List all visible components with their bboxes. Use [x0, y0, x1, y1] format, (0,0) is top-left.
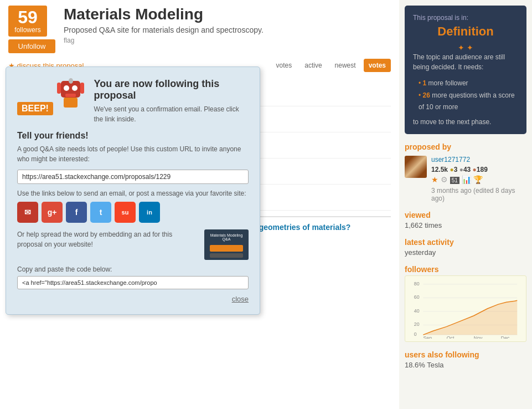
close-button[interactable]: close — [232, 295, 249, 303]
followers-box: 59 followers — [8, 6, 47, 37]
phase-desc: The topic and audience are still being d… — [413, 52, 518, 72]
embed-preview: Materials Modeling Q&A — [204, 229, 249, 260]
chart-svg: 80 60 40 20 0 Sep O — [408, 279, 523, 339]
modal-description: We've sent you a confirmation email. Ple… — [94, 104, 249, 124]
svg-text:Nov: Nov — [474, 335, 483, 339]
proposal-header: 59 followers Unfollow Materials Modeling… — [8, 6, 391, 53]
trophy-icon: 🏆 — [473, 175, 483, 184]
svg-text:60: 60 — [414, 294, 420, 300]
proposed-by-label: proposed by — [405, 142, 526, 151]
social-icons-row: ✉ g+ f t su in — [17, 202, 249, 223]
svg-point-7 — [69, 78, 73, 84]
embed-section: Or help spread the word by embedding an … — [17, 229, 249, 260]
users-following-section: users also following 18.6% Tesla — [405, 350, 526, 369]
phase-footer: to move to the next phase. — [413, 118, 518, 126]
proposer-icons: ★ ⚙ 51 📊 🏆 — [431, 175, 526, 184]
followers-chart: 80 60 40 20 0 Sep O — [405, 275, 526, 342]
proposed-by-section: proposed by user1271772 12.5k ●3 ●43 ●18… — [405, 142, 526, 202]
embed-text: Or help spread the word by embedding an … — [17, 229, 199, 249]
send-links-text: Use the links below to send an email, or… — [17, 190, 249, 197]
proposer-rep: 12.5k ●3 ●43 ●189 — [431, 166, 488, 173]
tell-friends-heading: Tell your friends! — [17, 131, 249, 141]
proposer-row: user1271772 12.5k ●3 ●43 ●189 ★ ⚙ 51 📊 🏆 — [405, 156, 526, 202]
latest-activity-value: yesterday — [405, 248, 526, 257]
social-stumble-button[interactable]: su — [115, 202, 136, 223]
proposer-date: 3 months ago (edited 8 days ago) — [431, 187, 526, 202]
social-email-button[interactable]: ✉ — [17, 202, 38, 223]
proposal-title-area: Materials Modeling Proposed Q&A site for… — [64, 6, 264, 44]
followers-chart-label: followers — [405, 265, 526, 274]
svg-text:Dec: Dec — [501, 335, 510, 339]
definition-box: This proposal is in: Definition ✦ ✦ The … — [405, 6, 526, 134]
robot-icon — [55, 78, 86, 111]
sidebar: This proposal is in: Definition ✦ ✦ The … — [399, 0, 532, 409]
svg-rect-3 — [65, 94, 76, 97]
users-following-label: users also following — [405, 350, 526, 359]
copy-label: Copy and paste the code below: — [17, 265, 249, 273]
badge-silver-icon: ● — [459, 166, 463, 173]
proposal-in-label: This proposal is in: — [413, 14, 518, 22]
social-twitter-button[interactable]: t — [90, 202, 111, 223]
social-gplus-button[interactable]: g+ — [42, 202, 63, 223]
followers-count: 59 — [13, 8, 43, 26]
viewed-value: 1,662 times — [405, 221, 526, 229]
svg-text:0: 0 — [414, 331, 417, 337]
proposer-avatar — [405, 156, 427, 178]
beep-robot: BEEP! — [17, 78, 86, 118]
svg-rect-6 — [64, 98, 78, 108]
close-btn-row: close — [17, 295, 249, 303]
users-following-value: 18.6% Tesla — [405, 361, 526, 369]
svg-text:80: 80 — [414, 281, 420, 287]
latest-activity-label: latest activity — [405, 238, 526, 247]
svg-text:Sep: Sep — [423, 335, 432, 339]
gear-icon: ⚙ — [441, 175, 448, 184]
unfollow-button[interactable]: Unfollow — [8, 39, 55, 53]
social-facebook-button[interactable]: f — [66, 202, 87, 223]
svg-text:Oct: Oct — [447, 335, 454, 339]
svg-rect-4 — [57, 83, 61, 94]
modal-header-text: You are now following this proposal We'v… — [94, 78, 249, 124]
tab-newest[interactable]: newest — [330, 59, 361, 72]
viewed-section: viewed 1,662 times — [405, 211, 526, 229]
followers-chart-section: followers 80 60 40 20 0 — [405, 265, 526, 342]
badge-gold-icon: ● — [450, 166, 453, 173]
phase-needs-list: 1 more follower 26 more questions with a… — [413, 78, 518, 114]
flag-link[interactable]: flag — [64, 37, 74, 44]
svg-text:40: 40 — [414, 308, 420, 314]
tell-friends-desc: A good Q&A site needs lots of people! Us… — [17, 144, 249, 164]
proposal-title: Materials Modeling — [64, 6, 264, 23]
invite-url-input[interactable] — [17, 170, 249, 184]
need-item: 26 more questions with a score of 10 or … — [419, 90, 518, 114]
chart-icon: 📊 — [462, 175, 471, 184]
viewed-label: viewed — [405, 211, 526, 219]
phase-stars: ✦ ✦ — [413, 43, 518, 52]
tab-active[interactable]: active — [299, 59, 327, 72]
badge-bronze-icon: ● — [473, 166, 477, 173]
tab-votes[interactable]: votes — [271, 59, 297, 72]
follow-modal: BEEP! You are now following this pr — [6, 67, 260, 315]
latest-activity-section: latest activity yesterday — [405, 238, 526, 257]
svg-rect-5 — [80, 83, 84, 94]
modal-header: BEEP! You are now following this pr — [17, 78, 249, 124]
proposer-name[interactable]: user1271772 — [431, 156, 526, 163]
modal-heading: You are now following this proposal — [94, 78, 249, 101]
svg-point-1 — [64, 85, 69, 91]
proposal-subtitle: Proposed Q&A site for materials design a… — [64, 25, 264, 34]
tab-votes-active[interactable]: votes — [364, 59, 391, 72]
embed-code-input[interactable] — [17, 276, 249, 289]
need-item: 1 more follower — [419, 78, 518, 90]
beep-label: BEEP! — [17, 102, 53, 115]
proposer-info: user1271772 12.5k ●3 ●43 ●189 ★ ⚙ 51 📊 🏆 — [431, 156, 526, 202]
followers-label: followers — [13, 26, 43, 34]
embed-preview-text: Materials Modeling Q&A — [204, 232, 249, 243]
svg-point-2 — [72, 85, 78, 91]
svg-text:20: 20 — [414, 321, 420, 327]
rank-badge: 51 — [450, 177, 459, 184]
phase-title: Definition — [413, 24, 518, 39]
social-linkedin-button[interactable]: in — [139, 202, 160, 223]
star-icon: ★ — [431, 175, 438, 184]
